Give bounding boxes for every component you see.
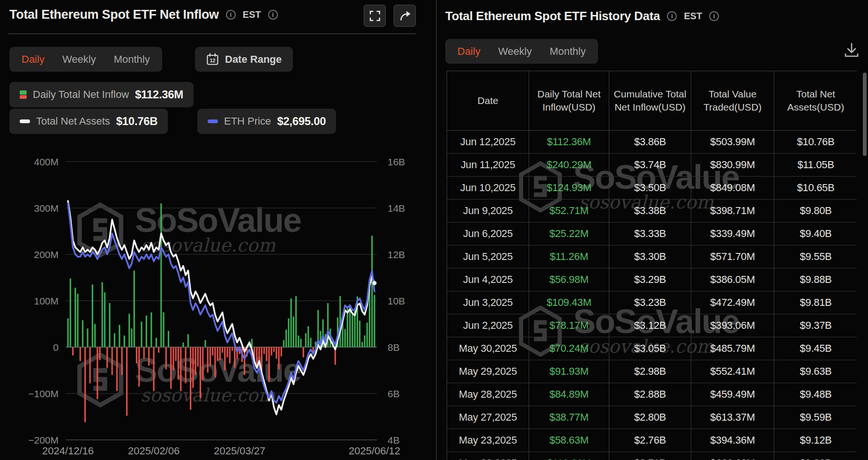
table-cell-daily: $109.43M — [529, 291, 609, 314]
table-row: Jun 12,2025$112.36M$3.86B$503.99M$10.76B — [447, 131, 857, 154]
table-cell-assets: $9.63B — [774, 360, 857, 383]
table-cell-cumulative: $3.86B — [609, 131, 691, 153]
table-cell-daily: $70.24M — [529, 337, 609, 360]
table-cell-assets: $9.37B — [774, 314, 857, 337]
table-cell-assets: $10.76B — [774, 131, 857, 153]
inflow-bar-negative — [210, 347, 211, 366]
inflow-bar-negative — [256, 347, 257, 366]
inflow-bar-positive — [134, 271, 135, 347]
y-axis-left-label: 200M — [34, 249, 59, 260]
inflow-bar-negative — [80, 347, 81, 361]
inflow-bar-positive — [364, 335, 366, 347]
inflow-bar-negative — [202, 347, 203, 380]
table-cell-traded: $394.36M — [691, 429, 774, 452]
inflow-bar-negative — [263, 347, 265, 354]
inflow-bar-positive — [70, 279, 71, 348]
table-cell-date: Jun 10,2025 — [447, 177, 529, 199]
table-cell-date: May 27,2025 — [447, 406, 529, 429]
table-row: May 22,2025$110.86M$2.71B$666.63M$9.32B — [447, 452, 857, 460]
table-cell-traded: $339.49M — [691, 223, 774, 245]
table-cell-cumulative: $2.98B — [609, 360, 691, 383]
table-scrollbar[interactable] — [863, 73, 867, 156]
tab-weekly[interactable]: Weekly — [489, 45, 541, 58]
inflow-bar-negative — [207, 347, 209, 373]
inflow-bar-negative — [180, 347, 181, 391]
inflow-bar-positive — [102, 282, 103, 347]
inflow-bar-negative — [170, 347, 172, 389]
inflow-bar-positive — [92, 284, 93, 347]
table-cell-assets: $9.55B — [774, 245, 857, 268]
inflow-bar-positive — [67, 319, 68, 347]
inflow-bar-negative — [214, 347, 216, 377]
table-cell-traded: $398.71M — [691, 200, 774, 222]
net-inflow-chart-panel: Total Ethereum Spot ETF Net Inflow i EST… — [0, 0, 436, 460]
table-row: Jun 5,2025$11.26M$3.30B$571.70M$9.55B — [447, 245, 857, 268]
inflow-bar-positive — [369, 289, 370, 347]
inflow-bar-negative — [136, 347, 137, 364]
table-row: Jun 6,2025$25.22M$3.33B$339.49M$9.40B — [447, 223, 857, 245]
inflow-bar-positive — [298, 335, 299, 347]
table-row: Jun 4,2025$56.98M$3.29B$386.05M$9.88B — [447, 268, 857, 291]
y-axis-left-label: 100M — [34, 296, 59, 306]
table-cell-traded: $849.08M — [691, 177, 774, 199]
x-axis-label: 2025/03/27 — [214, 445, 265, 457]
inflow-bar-positive — [361, 342, 363, 347]
inflow-bar-positive — [104, 292, 105, 347]
inflow-bar-positive — [128, 314, 130, 347]
inflow-bar-positive — [305, 333, 307, 347]
download-button[interactable] — [843, 41, 861, 61]
table-cell-daily: $78.17M — [529, 314, 609, 337]
table-cell-traded: $613.37M — [691, 406, 774, 429]
table-cell-daily: $52.71M — [529, 200, 609, 222]
table-cell-assets: $9.40B — [774, 223, 857, 245]
table-title: Total Ethereum Spot ETF History Data — [445, 9, 660, 23]
history-table: DateDaily Total Net Inflow(USD)Cumulativ… — [447, 71, 857, 460]
inflow-bar-positive — [160, 203, 162, 347]
inflow-bar-positive — [359, 321, 360, 347]
inflow-bar-negative — [268, 347, 269, 382]
y-axis-right-label: 12B — [388, 249, 405, 260]
tab-daily[interactable]: Daily — [449, 45, 489, 58]
inflow-bar-negative — [192, 347, 194, 388]
table-cell-assets: $9.59B — [774, 406, 857, 429]
table-cell-traded: $485.79M — [691, 337, 774, 360]
inflow-bar-positive — [300, 339, 301, 347]
eth-price-line — [68, 203, 374, 403]
inflow-bar-negative — [222, 347, 223, 353]
inflow-bar-positive — [371, 236, 373, 347]
table-cell-assets: $9.45B — [774, 337, 857, 360]
net-inflow-chart[interactable]: 400M16B300M14B200M12B100M10B08B−100M6B−2… — [0, 0, 436, 460]
table-cell-daily: $112.36M — [529, 131, 609, 153]
inflow-bar-positive — [94, 324, 96, 348]
info-icon[interactable]: i — [667, 11, 677, 21]
y-axis-right-label: 14B — [388, 203, 405, 214]
info-icon[interactable]: i — [709, 11, 719, 21]
inflow-bar-negative — [72, 347, 74, 356]
inflow-bar-positive — [124, 335, 125, 347]
table-cell-traded: $830.99M — [691, 154, 774, 176]
inflow-bar-negative — [106, 347, 108, 368]
inflow-bar-negative — [229, 347, 231, 364]
inflow-bar-positive — [87, 328, 88, 347]
inflow-bar-negative — [175, 347, 177, 361]
inflow-bar-negative — [143, 347, 145, 359]
table-cell-date: May 29,2025 — [447, 360, 529, 383]
table-cell-date: Jun 4,2025 — [447, 268, 529, 291]
inflow-bar-negative — [172, 347, 174, 371]
inflow-bar-negative — [224, 347, 225, 371]
x-axis-label: 2025/06/12 — [349, 445, 400, 457]
inflow-bar-negative — [138, 347, 140, 386]
table-cell-date: Jun 3,2025 — [447, 291, 529, 314]
table-cell-cumulative: $2.88B — [609, 383, 691, 406]
tab-monthly[interactable]: Monthly — [541, 45, 595, 58]
download-icon — [843, 41, 861, 59]
table-cell-assets: $9.32B — [774, 452, 857, 460]
table-panel-header: Total Ethereum Spot ETF History Data i E… — [445, 9, 719, 23]
inflow-bar-negative — [195, 347, 196, 375]
table-cell-daily: $91.93M — [529, 360, 609, 383]
table-row: May 23,2025$58.63M$2.76B$394.36M$9.12B — [447, 429, 857, 452]
inflow-bar-positive — [182, 342, 184, 347]
table-row: May 30,2025$70.24M$3.05B$485.79M$9.45B — [447, 337, 857, 360]
inflow-bar-negative — [234, 347, 235, 368]
inflow-bar-negative — [276, 347, 277, 359]
